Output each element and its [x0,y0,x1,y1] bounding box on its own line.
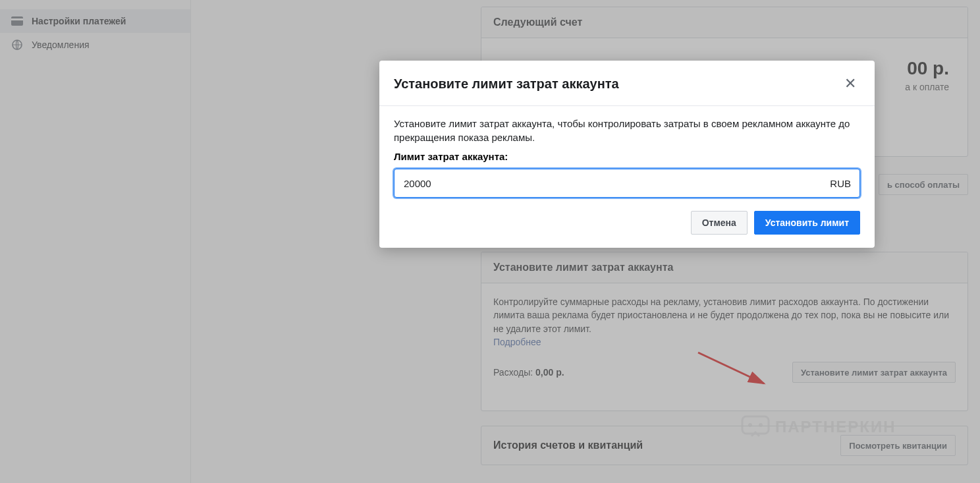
set-limit-modal: Установите лимит затрат аккаунта ✕ Устан… [379,61,875,248]
cancel-button[interactable]: Отмена [691,211,748,235]
modal-description: Установите лимит затрат аккаунта, чтобы … [394,117,860,144]
limit-input-label: Лимит затрат аккаунта: [394,151,860,162]
modal-title: Установите лимит затрат аккаунта [394,76,619,92]
confirm-set-limit-button[interactable]: Установить лимит [754,211,860,235]
limit-input[interactable] [394,169,860,198]
currency-suffix: RUB [830,178,851,189]
close-icon[interactable]: ✕ [840,74,860,94]
